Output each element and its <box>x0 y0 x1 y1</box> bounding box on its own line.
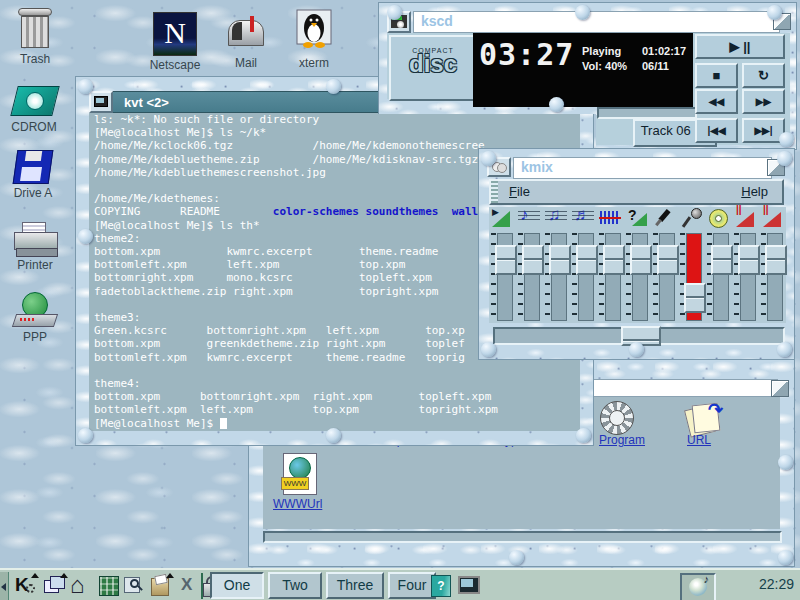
desktop-icon-mail[interactable]: Mail <box>218 14 274 70</box>
volume-slider[interactable] <box>713 233 729 321</box>
forward-button[interactable]: ▶▶ <box>742 89 785 114</box>
slider-handle[interactable] <box>549 245 571 275</box>
compact-disc-logo: COMPACT disc <box>389 35 477 101</box>
gear-icon <box>26 584 35 593</box>
volume-slider[interactable] <box>605 233 621 321</box>
lock-screen-button[interactable] <box>186 574 212 598</box>
volume-slider[interactable] <box>524 233 540 321</box>
slider-handle[interactable] <box>522 245 544 275</box>
slider-handle[interactable] <box>603 245 625 275</box>
microphone-icon[interactable] <box>680 207 702 229</box>
help-button[interactable]: ? <box>428 574 454 598</box>
music-notes-icon[interactable]: ♬ <box>572 207 594 229</box>
rec-pause-1-icon[interactable]: || <box>734 207 756 229</box>
wwwurl-icon[interactable]: WWW <box>281 453 317 495</box>
kfm-item-url[interactable]: URL <box>687 433 711 447</box>
rewind-button[interactable]: ◀◀ <box>695 89 738 114</box>
border-bump <box>326 79 341 94</box>
terminal-line: theme4: <box>89 377 580 390</box>
terminal-launcher-button[interactable] <box>456 574 482 598</box>
kfm-titlebar[interactable] <box>577 379 778 397</box>
cd-disc-icon[interactable] <box>707 207 729 229</box>
kfm-item-program[interactable]: Program <box>599 433 645 447</box>
desktop: Trash N Netscape Mail xterm <box>0 0 800 600</box>
treble-clef-icon[interactable]: ♫ <box>545 207 567 229</box>
desktop-button-three[interactable]: Three <box>326 572 384 599</box>
bass-clef-icon[interactable]: ♪ <box>518 207 540 229</box>
border-bump <box>778 455 793 470</box>
find-files-button[interactable] <box>122 574 148 598</box>
kmix-titlebar[interactable]: kmix <box>513 157 772 179</box>
border-bump <box>778 550 793 565</box>
kscd-titlebar[interactable]: kscd <box>413 11 780 33</box>
terminal-line: ls: ~k*: No such file or directory <box>89 113 580 126</box>
desktop-icon-drive-a[interactable]: Drive A <box>4 150 62 200</box>
printer-icon <box>14 222 56 256</box>
slider-handle[interactable] <box>630 245 652 275</box>
kmix-window[interactable]: kmix File Help ▶♪♫♬?|||| <box>478 148 795 360</box>
menubar-drag-handle[interactable] <box>491 181 498 203</box>
menu-help[interactable]: Help <box>741 184 768 199</box>
play-pause-button[interactable]: ▶ || <box>695 34 785 59</box>
menu-file[interactable]: File <box>509 184 530 199</box>
kscd-dock-slot: ♪ <box>680 573 716 600</box>
home-folder-button[interactable]: ⌂ <box>70 574 96 598</box>
floppy-icon <box>13 150 54 184</box>
lcd-volume: Vol: 40% <box>582 60 627 72</box>
slider-handle[interactable] <box>684 283 706 313</box>
unknown-question-icon[interactable]: ? <box>626 207 648 229</box>
terminal-line: bottomleft.xpm left.xpm top.xpm topright… <box>89 403 580 416</box>
panel-hide-handle[interactable] <box>0 572 9 600</box>
rec-pause-2-icon[interactable]: || <box>761 207 783 229</box>
terminal-mini-icon <box>94 96 108 107</box>
kfm-statusbar <box>263 531 782 543</box>
slider-handle[interactable] <box>576 245 598 275</box>
volume-slider[interactable] <box>767 233 783 321</box>
k-menu-button[interactable]: K <box>13 574 39 598</box>
repeat-button[interactable]: ↻ <box>742 63 785 88</box>
slider-handle[interactable] <box>765 245 787 275</box>
volume-slider[interactable] <box>551 233 567 321</box>
url-document-icon[interactable]: ↷ <box>685 399 723 435</box>
desktop-icon-printer[interactable]: Printer <box>6 222 64 272</box>
volume-slider[interactable] <box>632 233 648 321</box>
pcm-waveform-icon[interactable] <box>599 207 621 229</box>
desktop-icon-trash[interactable]: Trash <box>4 8 66 66</box>
volume-slider[interactable] <box>740 233 756 321</box>
kscd-title: kscd <box>421 13 453 29</box>
master-volume-icon[interactable]: ▶ <box>491 207 513 229</box>
kfm-maximize-button[interactable] <box>771 380 789 397</box>
stop-button[interactable]: ■ <box>695 63 738 88</box>
desktop-icon-ppp[interactable]: PPP <box>6 292 64 344</box>
line-in-plug-icon[interactable] <box>653 207 675 229</box>
border-bump <box>481 342 496 357</box>
slider-handle[interactable] <box>657 245 679 275</box>
gear-program-icon[interactable] <box>596 401 640 435</box>
desktop-button-two[interactable]: Two <box>268 572 322 599</box>
volume-slider[interactable] <box>686 233 702 321</box>
volume-slider[interactable] <box>659 233 675 321</box>
slider-handle[interactable] <box>738 245 760 275</box>
border-bump <box>78 79 93 94</box>
cd-dock-icon[interactable]: ♪ <box>689 578 707 596</box>
kfm-item-wwwurl[interactable]: WWWUrl <box>273 497 322 511</box>
border-bump <box>78 428 93 443</box>
desktop-icon-netscape[interactable]: N Netscape <box>145 12 205 72</box>
control-center-button[interactable] <box>96 574 122 598</box>
kmix-menubar: File Help <box>489 179 784 205</box>
panel-hide-arrow-icon <box>1 583 6 591</box>
desktop-button-one[interactable]: One <box>210 572 264 599</box>
previous-track-button[interactable]: |◀◀ <box>695 118 738 143</box>
desktop-icon-xterm[interactable]: xterm <box>288 8 340 70</box>
volume-slider[interactable] <box>578 233 594 321</box>
slider-handle[interactable] <box>495 245 517 275</box>
window-list-button[interactable] <box>42 574 68 598</box>
volume-slider[interactable] <box>497 233 513 321</box>
kscd-lcd-display: 03:27 Playing 01:02:17 Vol: 40% 06/11 <box>473 33 693 107</box>
kvt-window-menu-button[interactable] <box>89 91 113 113</box>
terminal-icon <box>458 576 480 594</box>
clock[interactable]: 22:29 <box>724 576 794 592</box>
slider-handle[interactable] <box>711 245 733 275</box>
desktop-templates-button[interactable] <box>148 574 174 598</box>
desktop-icon-cdrom[interactable]: CDROM <box>2 84 66 134</box>
